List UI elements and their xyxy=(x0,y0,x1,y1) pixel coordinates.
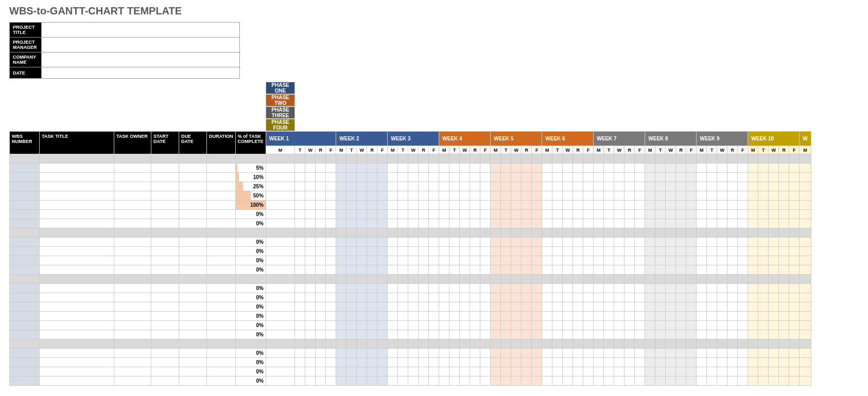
gantt-cell[interactable] xyxy=(552,284,563,293)
gantt-cell[interactable] xyxy=(800,312,811,321)
gantt-cell[interactable] xyxy=(779,247,789,256)
gantt-cell[interactable] xyxy=(408,191,419,201)
gantt-cell[interactable] xyxy=(676,238,686,247)
gantt-cell[interactable] xyxy=(583,358,594,367)
gantt-cell[interactable] xyxy=(449,321,460,330)
gantt-cell[interactable] xyxy=(748,256,758,265)
gantt-cell[interactable] xyxy=(439,191,449,201)
gantt-cell[interactable] xyxy=(707,164,717,173)
gantt-cell[interactable] xyxy=(789,284,800,293)
gantt-cell[interactable] xyxy=(367,302,377,312)
gantt-cell[interactable] xyxy=(346,376,357,386)
gantt-cell[interactable] xyxy=(388,349,398,358)
gantt-cell[interactable] xyxy=(748,182,758,191)
gantt-cell[interactable] xyxy=(583,191,594,201)
gantt-cell[interactable] xyxy=(707,191,717,201)
gantt-cell[interactable] xyxy=(439,293,449,302)
gantt-cell[interactable] xyxy=(326,376,336,386)
gantt-cell[interactable] xyxy=(336,349,346,358)
gantt-cell[interactable] xyxy=(573,238,583,247)
meta-input[interactable] xyxy=(42,23,240,38)
gantt-cell[interactable] xyxy=(305,173,316,182)
gantt-cell[interactable] xyxy=(655,376,666,386)
gantt-cell[interactable] xyxy=(697,256,707,265)
gantt-cell[interactable] xyxy=(583,256,594,265)
gantt-cell[interactable] xyxy=(266,321,294,330)
gantt-cell[interactable] xyxy=(439,312,449,321)
wbs-number-cell[interactable] xyxy=(10,173,40,182)
gantt-cell[interactable] xyxy=(552,256,563,265)
task-owner-cell[interactable] xyxy=(114,376,151,386)
gantt-cell[interactable] xyxy=(357,210,367,219)
gantt-cell[interactable] xyxy=(336,219,346,228)
gantt-cell[interactable] xyxy=(408,349,419,358)
gantt-cell[interactable] xyxy=(532,210,542,219)
gantt-cell[interactable] xyxy=(357,302,367,312)
gantt-cell[interactable] xyxy=(316,330,326,339)
gantt-cell[interactable] xyxy=(614,219,624,228)
gantt-cell[interactable] xyxy=(266,265,294,275)
gantt-cell[interactable] xyxy=(377,247,388,256)
gantt-cell[interactable] xyxy=(758,164,769,173)
gantt-cell[interactable] xyxy=(501,312,511,321)
gantt-cell[interactable] xyxy=(266,238,294,247)
gantt-cell[interactable] xyxy=(594,164,604,173)
gantt-cell[interactable] xyxy=(655,302,666,312)
gantt-cell[interactable] xyxy=(501,376,511,386)
gantt-cell[interactable] xyxy=(377,219,388,228)
gantt-cell[interactable] xyxy=(542,219,552,228)
gantt-cell[interactable] xyxy=(758,201,769,210)
gantt-cell[interactable] xyxy=(522,201,532,210)
gantt-cell[interactable] xyxy=(707,182,717,191)
gantt-cell[interactable] xyxy=(377,201,388,210)
gantt-cell[interactable] xyxy=(604,312,614,321)
gantt-cell[interactable] xyxy=(655,367,666,376)
gantt-cell[interactable] xyxy=(748,210,758,219)
gantt-cell[interactable] xyxy=(501,173,511,182)
task-title-cell[interactable] xyxy=(40,191,114,201)
gantt-cell[interactable] xyxy=(326,367,336,376)
gantt-cell[interactable] xyxy=(419,358,429,367)
gantt-cell[interactable] xyxy=(542,210,552,219)
gantt-cell[interactable] xyxy=(522,367,532,376)
gantt-cell[interactable] xyxy=(573,302,583,312)
gantt-cell[interactable] xyxy=(336,265,346,275)
pct-complete-cell[interactable]: 5% xyxy=(235,164,266,173)
gantt-cell[interactable] xyxy=(305,358,316,367)
gantt-cell[interactable] xyxy=(470,210,480,219)
gantt-cell[interactable] xyxy=(624,293,635,302)
gantt-cell[interactable] xyxy=(800,349,811,358)
gantt-cell[interactable] xyxy=(655,293,666,302)
gantt-cell[interactable] xyxy=(336,210,346,219)
gantt-cell[interactable] xyxy=(357,312,367,321)
gantt-cell[interactable] xyxy=(326,358,336,367)
gantt-cell[interactable] xyxy=(326,330,336,339)
gantt-cell[interactable] xyxy=(645,256,655,265)
gantt-cell[interactable] xyxy=(594,182,604,191)
task-title-cell[interactable] xyxy=(40,219,114,228)
pct-complete-cell[interactable]: 0% xyxy=(235,256,266,265)
gantt-cell[interactable] xyxy=(624,302,635,312)
gantt-cell[interactable] xyxy=(655,284,666,293)
gantt-cell[interactable] xyxy=(583,182,594,191)
gantt-cell[interactable] xyxy=(707,376,717,386)
gantt-cell[interactable] xyxy=(346,367,357,376)
gantt-cell[interactable] xyxy=(398,321,408,330)
gantt-cell[interactable] xyxy=(398,182,408,191)
start-date-cell[interactable] xyxy=(151,173,179,182)
gantt-cell[interactable] xyxy=(738,358,748,367)
gantt-cell[interactable] xyxy=(357,247,367,256)
gantt-cell[interactable] xyxy=(779,367,789,376)
gantt-cell[interactable] xyxy=(748,321,758,330)
start-date-cell[interactable] xyxy=(151,367,179,376)
duration-cell[interactable] xyxy=(207,219,236,228)
gantt-cell[interactable] xyxy=(305,302,316,312)
gantt-cell[interactable] xyxy=(305,247,316,256)
gantt-cell[interactable] xyxy=(367,358,377,367)
gantt-cell[interactable] xyxy=(429,330,439,339)
gantt-cell[interactable] xyxy=(408,265,419,275)
gantt-cell[interactable] xyxy=(686,201,697,210)
gantt-cell[interactable] xyxy=(635,238,645,247)
gantt-cell[interactable] xyxy=(480,210,491,219)
gantt-cell[interactable] xyxy=(573,191,583,201)
